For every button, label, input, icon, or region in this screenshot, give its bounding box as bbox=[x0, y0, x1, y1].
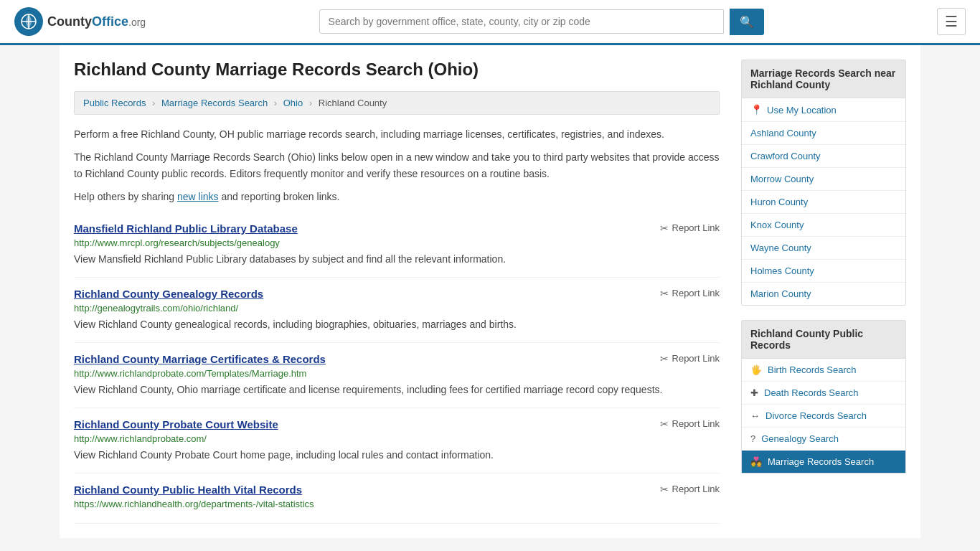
nearby-title: Marriage Records Search near Richland Co… bbox=[742, 60, 905, 98]
breadcrumb-marriage-records[interactable]: Marriage Records Search bbox=[161, 98, 268, 108]
result-item-4: Richland County Public Health Vital Reco… bbox=[74, 474, 720, 524]
result-desc-1: View Richland County genealogical record… bbox=[74, 317, 720, 332]
records-death[interactable]: ✚ Death Records Search bbox=[742, 382, 905, 405]
nearby-morrow[interactable]: Morrow County bbox=[742, 168, 905, 191]
report-icon-4: ✂ bbox=[660, 484, 669, 495]
result-title-3[interactable]: Richland County Probate Court Website bbox=[74, 418, 278, 430]
records-genealogy[interactable]: ? Genealogy Search bbox=[742, 428, 905, 451]
nearby-wayne[interactable]: Wayne County bbox=[742, 237, 905, 260]
menu-button[interactable]: ☰ bbox=[937, 8, 966, 35]
main-content: Richland County Marriage Records Search … bbox=[74, 60, 720, 524]
breadcrumb: Public Records › Marriage Records Search… bbox=[74, 91, 720, 115]
logo-text: CountyOffice.org bbox=[47, 14, 146, 29]
result-url-1: http://genealogytrails.com/ohio/richland… bbox=[74, 303, 720, 314]
records-box: Richland County Public Records 🖐 Birth R… bbox=[741, 320, 906, 474]
result-title-2[interactable]: Richland County Marriage Certificates & … bbox=[74, 353, 326, 365]
main-container: Richland County Marriage Records Search … bbox=[60, 45, 920, 538]
report-link-0[interactable]: ✂ Report Link bbox=[660, 222, 720, 234]
result-desc-2: View Richland County, Ohio marriage cert… bbox=[74, 382, 720, 397]
result-desc-0: View Mansfield Richland Public Library d… bbox=[74, 252, 720, 267]
menu-icon: ☰ bbox=[945, 14, 958, 29]
result-url-2: http://www.richlandprobate.com/Templates… bbox=[74, 368, 720, 379]
breadcrumb-richland: Richland County bbox=[319, 98, 387, 108]
breadcrumb-sep-1: › bbox=[152, 98, 155, 108]
page-title: Richland County Marriage Records Search … bbox=[74, 60, 720, 80]
result-url-0: http://www.mrcpl.org/research/subjects/g… bbox=[74, 237, 720, 248]
report-link-3[interactable]: ✂ Report Link bbox=[660, 418, 720, 430]
report-link-4[interactable]: ✂ Report Link bbox=[660, 484, 720, 495]
result-item-3: Richland County Probate Court Website ✂ … bbox=[74, 408, 720, 474]
nearby-crawford[interactable]: Crawford County bbox=[742, 145, 905, 168]
result-title-1[interactable]: Richland County Genealogy Records bbox=[74, 288, 263, 300]
description-2: The Richland County Marriage Records Sea… bbox=[74, 149, 720, 182]
site-header: CountyOffice.org 🔍 ☰ bbox=[0, 0, 980, 45]
description-3: Help others by sharing new links and rep… bbox=[74, 189, 720, 204]
report-link-1[interactable]: ✂ Report Link bbox=[660, 288, 720, 299]
breadcrumb-public-records[interactable]: Public Records bbox=[83, 98, 146, 108]
breadcrumb-sep-3: › bbox=[309, 98, 312, 108]
records-marriage[interactable]: 💑 Marriage Records Search bbox=[742, 451, 905, 473]
result-item-1: Richland County Genealogy Records ✂ Repo… bbox=[74, 278, 720, 343]
result-url-3: http://www.richlandprobate.com/ bbox=[74, 433, 720, 444]
logo: CountyOffice.org bbox=[14, 7, 146, 36]
results-list: Mansfield Richland Public Library Databa… bbox=[74, 212, 720, 524]
report-link-2[interactable]: ✂ Report Link bbox=[660, 353, 720, 364]
result-item-2: Richland County Marriage Certificates & … bbox=[74, 343, 720, 408]
genealogy-icon: ? bbox=[750, 433, 755, 444]
nearby-marion[interactable]: Marion County bbox=[742, 283, 905, 305]
new-links-link[interactable]: new links bbox=[177, 191, 219, 202]
report-icon-1: ✂ bbox=[660, 288, 669, 299]
nearby-huron[interactable]: Huron County bbox=[742, 191, 905, 214]
result-url-4: https://www.richlandhealth.org/departmen… bbox=[74, 499, 720, 509]
result-title-4[interactable]: Richland County Public Health Vital Reco… bbox=[74, 484, 302, 496]
logo-icon bbox=[14, 7, 43, 36]
result-desc-3: View Richland County Probate Court home … bbox=[74, 448, 720, 463]
search-input[interactable] bbox=[319, 9, 724, 34]
use-my-location-link[interactable]: Use My Location bbox=[767, 105, 837, 116]
use-my-location[interactable]: 📍 Use My Location bbox=[742, 98, 905, 122]
location-icon: 📍 bbox=[750, 104, 763, 116]
birth-icon: 🖐 bbox=[750, 364, 762, 375]
search-icon: 🔍 bbox=[740, 16, 754, 28]
nearby-holmes[interactable]: Holmes County bbox=[742, 260, 905, 283]
report-icon-0: ✂ bbox=[660, 222, 669, 234]
records-title: Richland County Public Records bbox=[742, 321, 905, 359]
breadcrumb-ohio[interactable]: Ohio bbox=[283, 98, 303, 108]
description-1: Perform a free Richland County, OH publi… bbox=[74, 126, 720, 142]
death-icon: ✚ bbox=[750, 387, 758, 398]
report-icon-2: ✂ bbox=[660, 353, 669, 364]
records-divorce[interactable]: ↔ Divorce Records Search bbox=[742, 405, 905, 428]
result-item-0: Mansfield Richland Public Library Databa… bbox=[74, 212, 720, 278]
report-icon-3: ✂ bbox=[660, 418, 669, 430]
sidebar: Marriage Records Search near Richland Co… bbox=[741, 60, 906, 524]
nearby-ashland[interactable]: Ashland County bbox=[742, 122, 905, 145]
records-birth[interactable]: 🖐 Birth Records Search bbox=[742, 359, 905, 382]
nearby-knox[interactable]: Knox County bbox=[742, 214, 905, 237]
search-bar: 🔍 bbox=[319, 9, 764, 35]
breadcrumb-sep-2: › bbox=[274, 98, 277, 108]
divorce-icon: ↔ bbox=[750, 410, 760, 421]
result-title-0[interactable]: Mansfield Richland Public Library Databa… bbox=[74, 222, 298, 235]
search-button[interactable]: 🔍 bbox=[730, 9, 764, 35]
nearby-box: Marriage Records Search near Richland Co… bbox=[741, 60, 906, 306]
marriage-icon: 💑 bbox=[750, 456, 762, 467]
